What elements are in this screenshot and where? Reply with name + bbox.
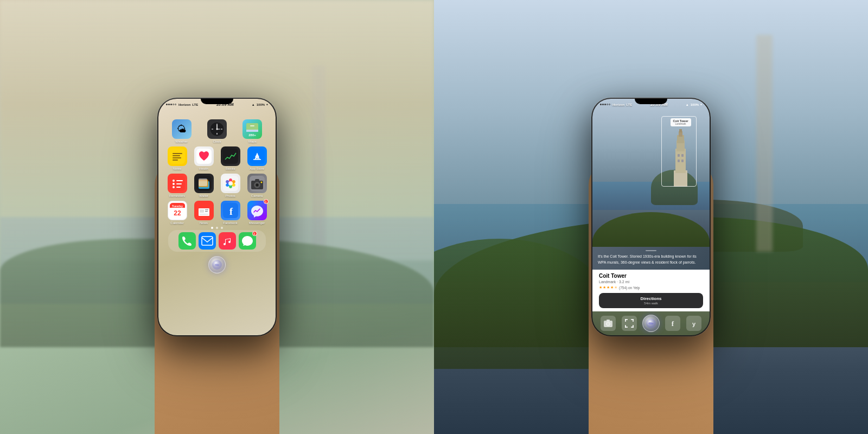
icon-camera[interactable] xyxy=(247,174,267,193)
app-news[interactable]: News xyxy=(194,201,214,225)
signal-dot-2 xyxy=(168,104,170,105)
right-notch xyxy=(635,99,667,104)
icon-appstore[interactable]: A xyxy=(247,146,267,166)
icon-news[interactable] xyxy=(194,201,214,220)
directions-sub: 54m walk xyxy=(602,302,700,305)
directions-button[interactable]: Directions 54m walk xyxy=(599,293,703,308)
label-health: Health xyxy=(199,167,208,170)
app-wallet[interactable]: Wallet xyxy=(194,174,214,197)
dock-phone[interactable] xyxy=(178,232,196,250)
app-facebook[interactable]: f Facebook xyxy=(221,201,240,225)
label-weather: Weather xyxy=(175,140,188,143)
messages-badge: 1 xyxy=(252,231,257,236)
label-camera: Camera xyxy=(251,194,263,197)
app-notes[interactable]: Notes xyxy=(168,146,187,170)
icon-facebook[interactable]: f xyxy=(221,201,240,220)
svg-rect-98 xyxy=(625,325,626,328)
icon-reminders[interactable] xyxy=(168,174,187,193)
r-dot-2 xyxy=(602,104,604,105)
label-wallet: Wallet xyxy=(199,194,208,197)
page-dots xyxy=(164,227,270,229)
dock-messages[interactable]: 1 xyxy=(239,232,256,250)
news-face xyxy=(196,203,212,218)
carrier-label: Horizon xyxy=(178,103,190,106)
icon-stocks[interactable] xyxy=(221,146,240,166)
icon-wallet[interactable] xyxy=(194,174,214,193)
app-row-4: Tuesday 22 Calendar xyxy=(164,201,270,225)
yelp-tool-icon: y xyxy=(690,320,698,327)
phone-glyph xyxy=(181,235,193,247)
info-card-body: Coit Tower Landmark · 3.2 mi ★ ★ ★ ★ ★ (… xyxy=(592,270,710,311)
right-tower-bg xyxy=(756,35,773,252)
icon-messenger[interactable] xyxy=(247,201,267,220)
stocks-face xyxy=(223,149,238,164)
svg-rect-78 xyxy=(202,237,213,245)
calendar-face: Tuesday 22 xyxy=(170,203,185,218)
info-description-header: It's the Coit Tower. Storied 1930s-era b… xyxy=(592,247,710,270)
icon-notes[interactable] xyxy=(168,146,187,166)
label-calendar: Calendar xyxy=(170,221,183,225)
label-appstore: App Store xyxy=(250,167,264,170)
app-camera[interactable]: Camera xyxy=(247,174,267,197)
app-calendar[interactable]: Tuesday 22 Calendar xyxy=(168,201,187,225)
svg-rect-100 xyxy=(633,325,634,328)
messenger-face xyxy=(250,203,265,218)
ar-tool-camera[interactable] xyxy=(601,316,616,331)
app-messenger[interactable]: 1 Messenger xyxy=(247,201,267,225)
battery-icon: ▪ xyxy=(266,102,268,107)
r-dot-5 xyxy=(609,104,610,105)
dot-1 xyxy=(211,227,213,229)
ar-tool-facebook[interactable]: f xyxy=(665,316,680,331)
icon-dock-mail[interactable] xyxy=(199,232,216,250)
wallet-face xyxy=(196,176,212,191)
svg-rect-25 xyxy=(250,125,254,126)
clock-face xyxy=(209,122,225,137)
app-reminders[interactable]: Reminders xyxy=(168,174,187,197)
label-maps: Maps xyxy=(248,140,257,143)
ar-tool-yelp[interactable]: y xyxy=(686,316,701,331)
directions-label: Directions xyxy=(640,296,661,301)
icon-calendar[interactable]: Tuesday 22 xyxy=(168,201,187,220)
svg-text:f: f xyxy=(229,206,233,217)
fb-tool-icon: f xyxy=(669,320,676,327)
icon-health[interactable] xyxy=(194,146,214,166)
icon-photos[interactable] xyxy=(221,174,240,193)
icon-clock[interactable] xyxy=(207,119,227,139)
app-appstore[interactable]: A App Store xyxy=(247,146,267,170)
svg-rect-27 xyxy=(173,153,182,154)
svg-rect-44 xyxy=(176,187,181,188)
icon-dock-music[interactable] xyxy=(219,232,236,250)
app-health[interactable]: Health xyxy=(194,146,214,170)
icon-weather[interactable]: 🌤 xyxy=(172,119,192,139)
full-app-grid: 🌤 Weather xyxy=(158,111,276,276)
signal-dot-1 xyxy=(166,104,168,105)
dock-music[interactable] xyxy=(219,232,236,250)
label-photos: Photos xyxy=(225,194,235,197)
svg-rect-30 xyxy=(173,159,178,161)
app-stocks[interactable]: Stocks xyxy=(221,146,240,170)
siri-button-left[interactable] xyxy=(208,256,226,273)
app-photos[interactable]: Photos xyxy=(221,174,240,197)
svg-text:22: 22 xyxy=(174,209,181,217)
signal-dot-4 xyxy=(173,104,174,105)
svg-rect-62 xyxy=(255,179,259,181)
svg-rect-28 xyxy=(173,155,180,156)
star-rating: ★ ★ ★ ★ ★ (754) on Yelp xyxy=(599,285,703,290)
siri-area xyxy=(164,254,270,276)
right-panel: Horizon LTE 10:09 AM ▲ 100% ▪ xyxy=(434,0,868,434)
star-2: ★ xyxy=(603,285,606,290)
icon-dock-phone[interactable] xyxy=(178,232,196,250)
siri-icon xyxy=(212,260,222,270)
app-maps[interactable]: 280+ Maps xyxy=(242,119,262,143)
label-news: News xyxy=(200,221,208,225)
app-clock[interactable]: Clock xyxy=(207,119,227,143)
svg-point-43 xyxy=(173,186,175,188)
icon-maps[interactable]: 280+ xyxy=(242,119,262,139)
app-weather[interactable]: 🌤 Weather xyxy=(172,119,192,143)
svg-rect-72 xyxy=(205,209,208,210)
dock-mail[interactable] xyxy=(199,232,216,250)
ar-tool-scan[interactable] xyxy=(622,316,637,331)
siri-button-right[interactable] xyxy=(642,315,660,332)
right-battery: 100% xyxy=(691,103,699,106)
right-phone-inner: Horizon LTE 10:09 AM ▲ 100% ▪ xyxy=(592,99,710,335)
